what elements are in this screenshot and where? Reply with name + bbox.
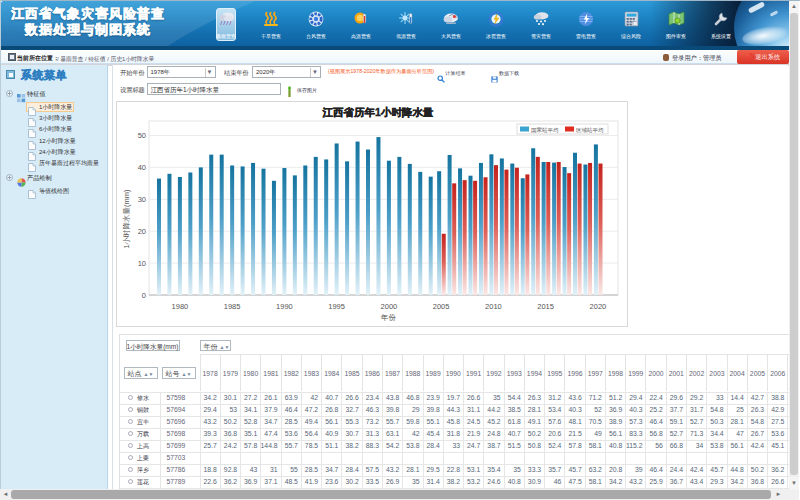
svg-text:1985: 1985 (224, 302, 241, 311)
svg-text:江西省历年1小时降水量: 江西省历年1小时降水量 (322, 106, 434, 118)
svg-text:国家站平均: 国家站平均 (531, 127, 559, 134)
svg-text:年份: 年份 (380, 313, 397, 322)
svg-text:1小时降水量(mm): 1小时降水量(mm) (122, 189, 131, 249)
svg-text:10: 10 (138, 259, 146, 268)
svg-text:1990: 1990 (276, 302, 293, 311)
svg-text:1980: 1980 (172, 302, 189, 311)
svg-text:2000: 2000 (381, 302, 398, 311)
svg-text:1995: 1995 (328, 302, 345, 311)
svg-text:2010: 2010 (485, 302, 502, 311)
svg-text:50: 50 (138, 131, 146, 140)
svg-text:0: 0 (142, 291, 146, 300)
svg-text:20: 20 (138, 227, 146, 236)
svg-text:2020: 2020 (590, 302, 607, 311)
svg-text:30: 30 (138, 195, 146, 204)
svg-text:40: 40 (138, 163, 146, 172)
svg-text:2005: 2005 (433, 302, 450, 311)
svg-text:区域站平均: 区域站平均 (576, 127, 604, 133)
svg-text:2015: 2015 (537, 302, 554, 311)
